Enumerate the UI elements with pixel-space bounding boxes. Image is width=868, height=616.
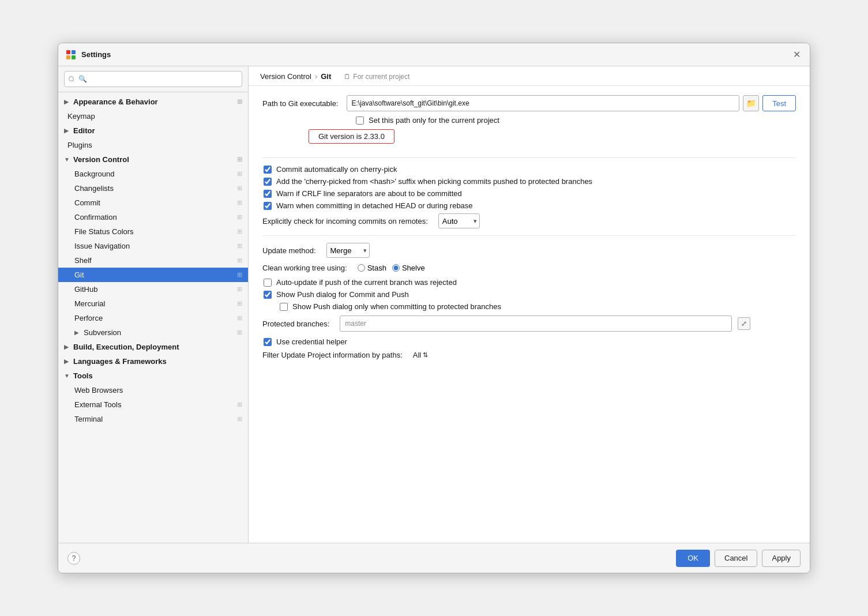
cb-row-auto-update: Auto-update if push of the current branc… [262,278,796,287]
svg-rect-0 [66,50,70,54]
cherry-pick-checkbox[interactable] [264,166,272,174]
sidebar-item-subversion[interactable]: ▶ Subversion ⊞ [58,325,248,340]
crlf-checkbox[interactable] [264,190,272,198]
page-icon-svn: ⊞ [237,329,242,336]
protected-branches-row: Protected branches: ⤢ [262,315,796,332]
sidebar-label-languages: Languages & Frameworks [73,357,167,366]
sidebar-item-plugins[interactable]: Plugins [58,138,248,152]
sidebar-item-file-status-colors[interactable]: File Status Colors ⊞ [58,224,248,239]
sidebar-item-background[interactable]: Background ⊞ [58,167,248,181]
path-row: Path to Git executable: 📁 Test [262,95,796,111]
dialog-title: Settings [81,50,111,59]
settings-dialog: Settings ✕ ▶ Appearance & Behavior ⊞ Key… [58,43,810,573]
expand-icon-editor: ▶ [64,127,71,134]
sidebar-label-mercurial: Mercurial [74,299,105,308]
sidebar-item-issue-navigation[interactable]: Issue Navigation ⊞ [58,239,248,253]
incoming-label: Explicitly check for incoming commits on… [262,217,428,226]
project-icon: 🗒 [344,73,351,81]
sidebar-item-appearance[interactable]: ▶ Appearance & Behavior ⊞ [58,95,248,109]
sidebar-item-shelf[interactable]: Shelf ⊞ [58,253,248,268]
page-icon-bg: ⊞ [237,170,242,178]
cb-row-credential: Use credential helper [262,337,796,346]
page-icon-cl: ⊞ [237,185,242,192]
sidebar-label-subversion: Subversion [84,328,121,337]
page-icon-vc: ⊞ [237,156,242,163]
expand-icon-tools: ▼ [64,373,71,379]
auto-update-label: Auto-update if push of the current branc… [276,278,457,287]
auto-update-checkbox[interactable] [264,279,272,287]
page-icon-fsc: ⊞ [237,228,242,235]
sidebar-item-git[interactable]: Git ⊞ [58,268,248,282]
sidebar-item-version-control[interactable]: ▼ Version Control ⊞ [58,152,248,167]
path-input[interactable] [347,95,740,111]
shelve-radio[interactable] [392,264,400,272]
search-input[interactable] [64,71,242,87]
sidebar-item-tools[interactable]: ▼ Tools [58,369,248,383]
project-badge: 🗒 For current project [344,73,409,81]
update-method-label: Update method: [262,246,316,255]
sidebar-label-background: Background [74,170,114,178]
sidebar-item-commit[interactable]: Commit ⊞ [58,196,248,210]
help-button[interactable]: ? [67,552,80,565]
sidebar-label-confirmation: Confirmation [74,213,117,221]
stash-radio[interactable] [358,264,365,272]
close-button[interactable]: ✕ [790,48,803,61]
cb-row-cherry-pick: Commit automatically on cherry-pick [262,165,796,174]
page-icon-perforce: ⊞ [237,314,242,322]
update-method-select[interactable]: Merge Rebase [326,243,370,258]
page-icon-mercurial: ⊞ [237,300,242,307]
sidebar-label-plugins: Plugins [67,141,92,149]
expand-icon-lang: ▶ [64,358,71,365]
sidebar-item-web-browsers[interactable]: Web Browsers [58,383,248,397]
cb-row-crlf: Warn if CRLF line separators are about t… [262,189,796,198]
sidebar-item-terminal[interactable]: Terminal ⊞ [58,412,248,426]
sidebar-label-web-browsers: Web Browsers [74,386,123,395]
sidebar-label-appearance: Appearance & Behavior [73,97,158,106]
path-label: Path to Git executable: [262,99,339,108]
divider-1 [262,157,796,158]
filter-label: Filter Update Project information by pat… [262,351,403,359]
sidebar-item-editor[interactable]: ▶ Editor [58,123,248,138]
sidebar-item-perforce[interactable]: Perforce ⊞ [58,311,248,325]
filter-row: Filter Update Project information by pat… [262,351,796,359]
sidebar-label-vc: Version Control [73,155,129,164]
svg-rect-3 [72,55,76,59]
detached-checkbox[interactable] [264,202,272,210]
breadcrumb-parent: Version Control [260,72,311,81]
svg-rect-2 [66,55,70,59]
search-box [58,66,248,92]
sidebar-label-editor: Editor [73,126,95,135]
sidebar-label-commit: Commit [74,198,100,207]
sidebar-item-keymap[interactable]: Keymap [58,109,248,123]
breadcrumb-current: Git [321,72,331,81]
sidebar-item-mercurial[interactable]: Mercurial ⊞ [58,296,248,311]
filter-value: All ⇅ [413,351,428,359]
shelve-radio-group: Shelve [392,264,425,272]
content-panel: Version Control › Git 🗒 For current proj… [249,66,810,543]
test-button[interactable]: Test [762,95,796,111]
expand-protected-button[interactable]: ⤢ [738,317,750,330]
sidebar-item-github[interactable]: GitHub ⊞ [58,282,248,296]
page-icon-git: ⊞ [237,271,242,279]
suffix-label: Add the 'cherry-picked from <hash>' suff… [276,177,592,186]
set-path-checkbox[interactable] [356,117,364,125]
cancel-button[interactable]: Cancel [715,550,757,567]
sidebar-item-languages[interactable]: ▶ Languages & Frameworks [58,354,248,369]
sidebar-item-changelists[interactable]: Changelists ⊞ [58,181,248,196]
apply-button[interactable]: Apply [762,550,801,567]
sidebar-label-changelists: Changelists [74,184,114,193]
folder-button[interactable]: 📁 [743,95,759,111]
sidebar-item-build[interactable]: ▶ Build, Execution, Deployment [58,340,248,354]
sidebar-item-confirmation[interactable]: Confirmation ⊞ [58,210,248,224]
incoming-select[interactable]: Auto Always Never [438,213,480,228]
ok-button[interactable]: OK [676,550,710,567]
update-method-row: Update method: Merge Rebase [262,243,796,258]
suffix-checkbox[interactable] [264,178,272,186]
push-dialog-checkbox[interactable] [264,291,272,299]
credential-checkbox[interactable] [264,338,272,346]
push-protected-checkbox[interactable] [280,303,288,311]
bottom-bar: ? OK Cancel Apply [58,543,810,573]
stash-label: Stash [367,264,386,272]
protected-branches-input[interactable] [340,315,732,332]
sidebar-item-external-tools[interactable]: External Tools ⊞ [58,397,248,412]
